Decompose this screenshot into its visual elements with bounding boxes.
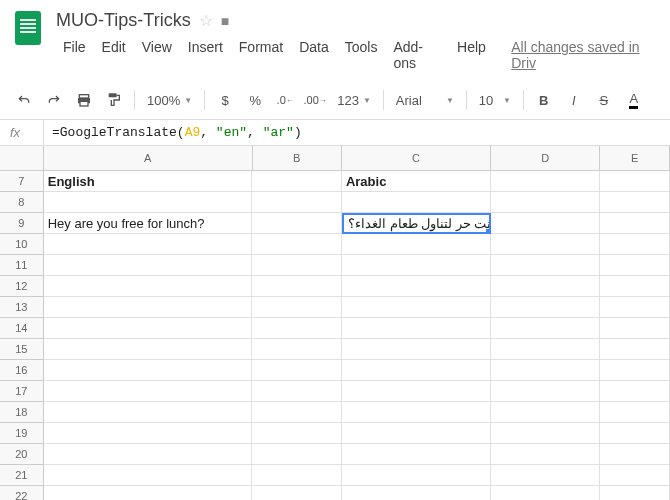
cell-d8[interactable] (491, 192, 600, 213)
cell-d22[interactable] (491, 486, 600, 500)
row-header-7[interactable]: 7 (0, 171, 44, 192)
cell-a19[interactable] (44, 423, 253, 444)
cell-b22[interactable] (252, 486, 341, 500)
cell-e7[interactable] (600, 171, 670, 192)
cell-a20[interactable] (44, 444, 253, 465)
cell-a8[interactable] (44, 192, 253, 213)
cell-b8[interactable] (252, 192, 341, 213)
redo-button[interactable] (40, 87, 68, 113)
cell-a10[interactable] (44, 234, 253, 255)
cell-e19[interactable] (600, 423, 670, 444)
cell-d18[interactable] (491, 402, 600, 423)
cell-c13[interactable] (342, 297, 491, 318)
cell-b20[interactable] (252, 444, 341, 465)
cell-a13[interactable] (44, 297, 253, 318)
cell-e8[interactable] (600, 192, 670, 213)
row-header-9[interactable]: 9 (0, 213, 44, 234)
star-icon[interactable]: ☆ (199, 11, 213, 30)
cell-e15[interactable] (600, 339, 670, 360)
cell-b7[interactable] (252, 171, 341, 192)
cell-b16[interactable] (252, 360, 341, 381)
cell-c22[interactable] (342, 486, 491, 500)
row-header-21[interactable]: 21 (0, 465, 44, 486)
cell-b9[interactable] (252, 213, 341, 234)
formula-input[interactable]: =GoogleTranslate(A9, "en", "ar") (44, 125, 670, 140)
row-header-22[interactable]: 22 (0, 486, 44, 500)
menu-format[interactable]: Format (232, 35, 290, 75)
cell-d7[interactable] (491, 171, 600, 192)
sheets-logo[interactable] (8, 8, 48, 48)
row-header-19[interactable]: 19 (0, 423, 44, 444)
font-select[interactable]: Arial▼ (390, 91, 460, 110)
percent-button[interactable]: % (241, 87, 269, 113)
decrease-decimal-button[interactable]: .0← (271, 87, 299, 113)
cell-a7[interactable]: English (44, 171, 253, 192)
cell-e21[interactable] (600, 465, 670, 486)
text-color-button[interactable]: A (620, 87, 648, 113)
bold-button[interactable]: B (530, 87, 558, 113)
cell-c21[interactable] (342, 465, 491, 486)
cell-b13[interactable] (252, 297, 341, 318)
cell-c17[interactable] (342, 381, 491, 402)
cell-d15[interactable] (491, 339, 600, 360)
cell-c7[interactable]: Arabic (342, 171, 491, 192)
row-header-10[interactable]: 10 (0, 234, 44, 255)
cell-d16[interactable] (491, 360, 600, 381)
cell-c19[interactable] (342, 423, 491, 444)
cell-b14[interactable] (252, 318, 341, 339)
save-status[interactable]: All changes saved in Driv (504, 35, 662, 75)
cell-b15[interactable] (252, 339, 341, 360)
cell-c9[interactable]: يا أنت حر لتناول طعام الغداء؟ (342, 213, 491, 234)
row-header-12[interactable]: 12 (0, 276, 44, 297)
cell-d9[interactable] (491, 213, 600, 234)
cell-e9[interactable] (600, 213, 670, 234)
folder-icon[interactable]: ■ (221, 13, 229, 29)
cell-c18[interactable] (342, 402, 491, 423)
col-header-d[interactable]: D (491, 146, 600, 170)
cell-d21[interactable] (491, 465, 600, 486)
increase-decimal-button[interactable]: .00→ (301, 87, 329, 113)
cell-a9[interactable]: Hey are you free for lunch? (44, 213, 253, 234)
menu-data[interactable]: Data (292, 35, 336, 75)
cell-d11[interactable] (491, 255, 600, 276)
cell-c12[interactable] (342, 276, 491, 297)
cell-e10[interactable] (600, 234, 670, 255)
font-size-select[interactable]: 10▼ (473, 91, 517, 110)
cell-c8[interactable] (342, 192, 491, 213)
cell-b12[interactable] (252, 276, 341, 297)
italic-button[interactable]: I (560, 87, 588, 113)
number-format-select[interactable]: 123▼ (331, 91, 377, 110)
cell-c10[interactable] (342, 234, 491, 255)
row-header-16[interactable]: 16 (0, 360, 44, 381)
cell-d19[interactable] (491, 423, 600, 444)
cell-b21[interactable] (252, 465, 341, 486)
zoom-select[interactable]: 100%▼ (141, 91, 198, 110)
document-title[interactable]: MUO-Tips-Tricks (56, 10, 191, 31)
menu-addons[interactable]: Add-ons (386, 35, 448, 75)
cell-d12[interactable] (491, 276, 600, 297)
cell-e20[interactable] (600, 444, 670, 465)
row-header-13[interactable]: 13 (0, 297, 44, 318)
cell-d13[interactable] (491, 297, 600, 318)
cell-e16[interactable] (600, 360, 670, 381)
menu-help[interactable]: Help (450, 35, 493, 75)
cell-a17[interactable] (44, 381, 253, 402)
col-header-c[interactable]: C (342, 146, 491, 170)
col-header-a[interactable]: A (44, 146, 253, 170)
print-button[interactable] (70, 87, 98, 113)
cell-e12[interactable] (600, 276, 670, 297)
cell-b18[interactable] (252, 402, 341, 423)
menu-file[interactable]: File (56, 35, 93, 75)
row-header-18[interactable]: 18 (0, 402, 44, 423)
cell-a21[interactable] (44, 465, 253, 486)
cell-c20[interactable] (342, 444, 491, 465)
row-header-14[interactable]: 14 (0, 318, 44, 339)
undo-button[interactable] (10, 87, 38, 113)
row-header-8[interactable]: 8 (0, 192, 44, 213)
cell-b17[interactable] (252, 381, 341, 402)
cell-e22[interactable] (600, 486, 670, 500)
currency-button[interactable]: $ (211, 87, 239, 113)
cell-b19[interactable] (252, 423, 341, 444)
cell-a11[interactable] (44, 255, 253, 276)
cell-e17[interactable] (600, 381, 670, 402)
